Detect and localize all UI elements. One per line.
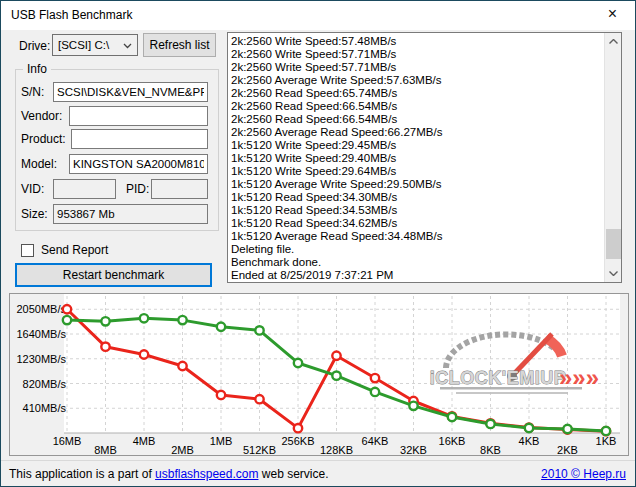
drive-label: Drive: xyxy=(19,39,50,53)
svg-text:16KB: 16KB xyxy=(439,435,466,447)
svg-text:8MB: 8MB xyxy=(94,444,117,455)
log-line: Ended at 8/25/2019 7:37:21 PM xyxy=(231,269,602,280)
product-label: Product: xyxy=(21,132,66,146)
log-lines: 2k:2560 Write Speed:57.48MB/s2k:2560 Wri… xyxy=(231,35,602,280)
svg-text:410MB/s: 410MB/s xyxy=(23,402,67,414)
status-bar: This application is a part of usbflashsp… xyxy=(1,460,635,487)
svg-text:256KB: 256KB xyxy=(281,435,314,447)
speed-chart: 410MB/s820MB/s1230MB/s1640MB/s2050MB/s16… xyxy=(9,293,629,456)
refresh-list-button[interactable]: Refresh list xyxy=(143,33,216,57)
scrollbar-thumb[interactable] xyxy=(606,229,621,259)
svg-text:128KB: 128KB xyxy=(320,444,353,455)
log-line: 1k:5120 Average Write Speed:29.50MB/s xyxy=(231,178,602,191)
info-group-label: Info xyxy=(23,62,51,76)
svg-text:512KB: 512KB xyxy=(243,444,276,455)
chevron-down-icon xyxy=(123,43,132,49)
log-line: 2k:2560 Write Speed:57.48MB/s xyxy=(231,35,602,48)
svg-text:820MB/s: 820MB/s xyxy=(23,378,67,390)
pid-field[interactable] xyxy=(151,179,208,199)
log-line: 2k:2560 Read Speed:66.54MB/s xyxy=(231,113,602,126)
svg-text:1230MB/s: 1230MB/s xyxy=(16,353,66,365)
vendor-label: Vendor: xyxy=(21,109,62,123)
log-line: 1k:5120 Read Speed:34.53MB/s xyxy=(231,204,602,217)
svg-text:2KB: 2KB xyxy=(557,444,578,455)
product-field[interactable] xyxy=(71,129,208,149)
svg-text:32KB: 32KB xyxy=(400,444,427,455)
svg-text:2MB: 2MB xyxy=(171,444,194,455)
drive-select[interactable]: [SCSI] C:\ xyxy=(52,34,138,56)
svg-text:1KB: 1KB xyxy=(596,435,617,447)
scroll-down-icon[interactable] xyxy=(605,265,622,282)
svg-text:1MB: 1MB xyxy=(210,435,233,447)
app-window: USB Flash Benchmark × Drive: [SCSI] C:\ … xyxy=(0,0,636,487)
log-line: 1k:5120 Read Speed:34.30MB/s xyxy=(231,191,602,204)
benchmark-log[interactable]: 2k:2560 Write Speed:57.48MB/s2k:2560 Wri… xyxy=(227,32,622,283)
model-field[interactable] xyxy=(69,154,208,174)
log-line: 1k:5120 Write Speed:29.45MB/s xyxy=(231,139,602,152)
sn-field[interactable] xyxy=(53,82,208,102)
log-line: 2k:2560 Average Read Speed:66.27MB/s xyxy=(231,126,602,139)
vid-label: VID: xyxy=(21,182,44,196)
size-field[interactable] xyxy=(53,204,208,224)
svg-text:1640MB/s: 1640MB/s xyxy=(16,328,66,340)
send-report-label: Send Report xyxy=(41,243,108,257)
svg-text:64KB: 64KB xyxy=(362,435,389,447)
heep-link[interactable]: 2010 © Heep.ru xyxy=(541,467,626,481)
window-title: USB Flash Benchmark xyxy=(11,8,132,22)
svg-text:8KB: 8KB xyxy=(480,444,501,455)
svg-text:4KB: 4KB xyxy=(519,435,540,447)
log-line: 1k:5120 Read Speed:34.62MB/s xyxy=(231,217,602,230)
svg-text:»»»: »»» xyxy=(559,364,599,391)
log-line: 2k:2560 Write Speed:57.71MB/s xyxy=(231,48,602,61)
pid-label: PID: xyxy=(126,182,149,196)
svg-text:4MB: 4MB xyxy=(133,435,156,447)
vid-field[interactable] xyxy=(53,179,116,199)
log-line: 1k:5120 Average Read Speed:34.48MB/s xyxy=(231,230,602,243)
log-line: Benchmark done. xyxy=(231,256,602,269)
status-text: This application is a part of usbflashsp… xyxy=(9,467,329,481)
scroll-up-icon[interactable] xyxy=(605,33,622,50)
vendor-field[interactable] xyxy=(69,106,208,126)
model-label: Model: xyxy=(21,157,57,171)
log-line: 2k:2560 Average Write Speed:57.63MB/s xyxy=(231,74,602,87)
usbflashspeed-link[interactable]: usbflashspeed.com xyxy=(155,467,258,481)
log-line: 2k:2560 Read Speed:66.54MB/s xyxy=(231,100,602,113)
drive-select-value: [SCSI] C:\ xyxy=(58,39,109,51)
svg-text:iCLOCK'EMIUP: iCLOCK'EMIUP xyxy=(430,368,566,388)
send-report-checkbox[interactable] xyxy=(21,244,34,257)
log-line: 1k:5120 Write Speed:29.64MB/s xyxy=(231,165,602,178)
log-scrollbar[interactable] xyxy=(604,33,621,282)
svg-text:16MB: 16MB xyxy=(53,435,82,447)
sn-label: S/N: xyxy=(21,85,44,99)
log-line: 1k:5120 Write Speed:29.40MB/s xyxy=(231,152,602,165)
speed-chart-plot: 410MB/s820MB/s1230MB/s1640MB/s2050MB/s16… xyxy=(10,294,628,455)
size-label: Size: xyxy=(21,207,48,221)
log-line: 2k:2560 Read Speed:65.74MB/s xyxy=(231,87,602,100)
close-icon[interactable]: × xyxy=(590,1,635,29)
log-line: Deleting file. xyxy=(231,243,602,256)
title-bar: USB Flash Benchmark × xyxy=(1,1,635,30)
svg-text:2050MB/s: 2050MB/s xyxy=(16,303,66,315)
log-line: 2k:2560 Write Speed:57.71MB/s xyxy=(231,61,602,74)
restart-benchmark-button[interactable]: Restart benchmark xyxy=(15,263,212,287)
